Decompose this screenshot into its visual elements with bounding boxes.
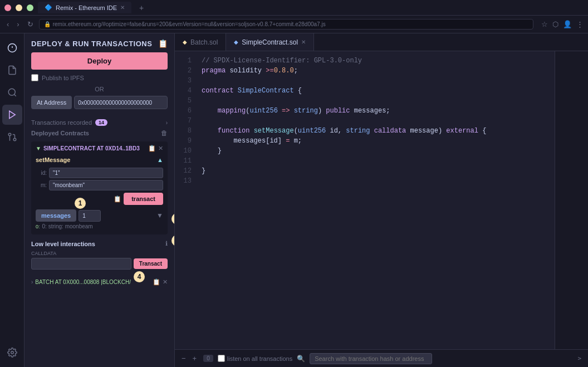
- at-address-button[interactable]: At Address: [31, 96, 72, 109]
- messages-chevron[interactable]: ▼: [156, 212, 163, 219]
- bookmark-icon[interactable]: ☆: [541, 20, 548, 28]
- deployed-contracts-title: Deployed Contracts: [31, 130, 89, 136]
- simple-tab-close-icon[interactable]: ✕: [301, 39, 306, 45]
- browser-tab[interactable]: 🔷 Remix - Ethereum IDE ✕: [38, 2, 131, 13]
- lock-icon: 🔒: [44, 21, 51, 27]
- function-name: setMessage: [36, 156, 70, 163]
- zoom-out-btn[interactable]: −: [182, 354, 186, 363]
- sidebar-panel: DEPLOY & RUN TRANSACTIONS 📋 Deploy Publi…: [24, 33, 175, 367]
- tab-favicon: 🔷: [45, 4, 52, 11]
- tab-simple-contract[interactable]: ◆ SimpleContract.sol ✕: [226, 33, 314, 51]
- batch-label: BATCH AT 0X000...00808 |BLOCKCH/: [35, 279, 150, 285]
- editor-area: ◆ Batch.sol ◆ SimpleContract.sol ✕ 12345…: [175, 33, 588, 367]
- batch-expand-icon: ›: [31, 279, 33, 285]
- batch-row[interactable]: › BATCH AT 0X000...00808 |BLOCKCH/ 📋 ✕: [31, 275, 168, 289]
- publish-ipfs-checkbox[interactable]: [31, 74, 38, 81]
- contract-name: SIMPLECONTRACT AT 0XD14..1BD3: [43, 145, 140, 151]
- contract-item: ▼ SIMPLECONTRACT AT 0XD14..1BD3 📋 ✕ setM…: [31, 141, 168, 234]
- win-max-btn[interactable]: [27, 4, 33, 11]
- tab-title: Remix - Ethereum IDE: [56, 4, 117, 11]
- transact-row: 📋 transact: [36, 193, 163, 205]
- git-activity-icon[interactable]: [2, 127, 22, 147]
- messages-row: messages ▼: [36, 209, 163, 222]
- function-chevron-up[interactable]: ▲: [157, 156, 163, 163]
- code-editor: 12345 678910 111213 // SPDX-License-Iden…: [175, 51, 588, 349]
- param-id-input[interactable]: [49, 168, 163, 178]
- tab-close-icon[interactable]: ✕: [120, 4, 125, 11]
- transact-button[interactable]: transact: [124, 193, 163, 205]
- zoom-in-btn[interactable]: +: [193, 354, 197, 363]
- svg-point-6: [11, 351, 13, 354]
- browser-toolbar: ☆ ⬡ 👤 ⋮: [541, 20, 584, 28]
- back-nav-btn[interactable]: ‹: [4, 19, 11, 30]
- output-label: 0: string: moonbeam: [42, 223, 93, 229]
- terminal-prompt: >: [577, 355, 581, 362]
- svg-line-2: [14, 94, 16, 96]
- annotation-1: 1: [75, 198, 86, 209]
- info-icon[interactable]: ℹ: [165, 240, 168, 247]
- win-close-btn[interactable]: [4, 4, 11, 11]
- messages-button[interactable]: messages: [36, 209, 76, 222]
- simple-tab-icon: ◆: [234, 39, 238, 45]
- trash-icon[interactable]: 🗑: [161, 129, 168, 137]
- svg-point-5: [8, 133, 11, 136]
- output-icon: 0:: [36, 224, 40, 229]
- or-divider: OR: [31, 86, 168, 92]
- transactions-section[interactable]: Transactions recorded 14 ›: [31, 116, 168, 129]
- svg-point-4: [13, 138, 16, 141]
- titlebar: 🔷 Remix - Ethereum IDE ✕ +: [0, 0, 588, 16]
- calldata-input[interactable]: [31, 258, 131, 270]
- listen-checkbox[interactable]: [218, 355, 225, 362]
- menu-icon[interactable]: ⋮: [576, 20, 584, 28]
- param-m-label: m:: [36, 182, 47, 188]
- run-activity-icon[interactable]: [2, 105, 22, 125]
- home-activity-icon[interactable]: [2, 38, 22, 58]
- batch-copy-btn[interactable]: 📋: [153, 278, 160, 286]
- contract-close-btn[interactable]: ✕: [158, 145, 163, 152]
- win-min-btn[interactable]: [16, 4, 22, 11]
- low-level-header: Low level interactions ℹ: [31, 240, 168, 247]
- extensions-icon[interactable]: ⬡: [552, 20, 558, 28]
- transactions-chevron: ›: [166, 120, 168, 126]
- code-content[interactable]: // SPDX-License-Identifier: GPL-3.0-only…: [197, 51, 555, 349]
- transactions-badge: 14: [95, 119, 107, 126]
- tx-search-input[interactable]: [310, 353, 432, 364]
- transact-copy-btn[interactable]: 📋: [114, 195, 121, 203]
- bottom-bar: − + 0 listen on all transactions 🔍 >: [175, 349, 588, 367]
- deploy-button[interactable]: Deploy: [31, 52, 168, 70]
- publish-ipfs-row: Publish to IPFS: [31, 74, 168, 81]
- forward-nav-btn[interactable]: ›: [14, 19, 21, 30]
- messages-input[interactable]: [79, 210, 101, 222]
- settings-activity-icon[interactable]: [2, 342, 22, 363]
- search-activity-icon[interactable]: [2, 82, 22, 102]
- listen-row: listen on all transactions: [218, 355, 292, 362]
- main-area: DEPLOY & RUN TRANSACTIONS 📋 Deploy Publi…: [0, 33, 588, 367]
- contract-copy-btn[interactable]: 📋: [148, 145, 156, 152]
- function-row: setMessage ▲: [36, 154, 163, 165]
- sidebar-copy-icon[interactable]: 📋: [158, 39, 168, 48]
- svg-point-1: [8, 89, 15, 95]
- calldata-transact-btn[interactable]: Transact: [134, 258, 168, 269]
- svg-marker-3: [9, 111, 15, 119]
- param-m-input[interactable]: [49, 180, 163, 190]
- batch-close-btn[interactable]: ✕: [163, 278, 168, 286]
- profile-icon[interactable]: 👤: [563, 20, 572, 28]
- files-activity-icon[interactable]: [2, 60, 22, 80]
- addressbar: ‹ › ↻ 🔒 remix.ethereum.org/#optimize=fal…: [0, 16, 588, 33]
- low-level-title: Low level interactions: [31, 241, 95, 247]
- reload-nav-btn[interactable]: ↻: [25, 19, 36, 30]
- batch-tab-label: Batch.sol: [190, 38, 218, 46]
- minimap: [555, 51, 588, 349]
- batch-tab-icon: ◆: [183, 39, 187, 45]
- address-bar-input[interactable]: 🔒 remix.ethereum.org/#optimize=false&run…: [39, 19, 533, 30]
- at-address-input[interactable]: [74, 96, 168, 109]
- transactions-label: Transactions recorded 14: [31, 119, 107, 126]
- tab-batch[interactable]: ◆ Batch.sol: [175, 33, 226, 51]
- contract-expand-icon[interactable]: ▼: [36, 145, 41, 151]
- contract-actions: 📋 ✕: [148, 145, 163, 152]
- new-tab-btn[interactable]: +: [136, 3, 147, 12]
- url-text: remix.ethereum.org/#optimize=false&runs=…: [53, 21, 326, 27]
- activitybar: [0, 33, 24, 367]
- tx-count-badge: 0: [203, 355, 213, 362]
- publish-ipfs-label: Publish to IPFS: [42, 75, 84, 81]
